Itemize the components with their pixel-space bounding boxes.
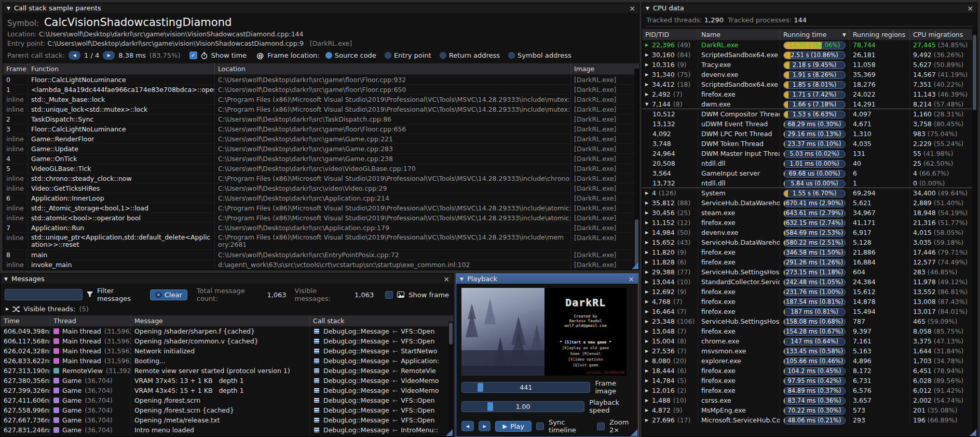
close-icon[interactable]: × [967,5,973,12]
process-row[interactable]: 3,564GameInput server69.68 us (0.00%)64 … [642,168,977,178]
expand-icon[interactable]: ▶ [645,388,649,393]
expand-icon[interactable]: ▶ [645,201,649,205]
callstack-row[interactable]: 8mainC:\Users\wolf\Desktop\darkrl\src\En… [3,249,639,259]
process-row[interactable]: ▶15,652(43)ServiceHub.DataWarehou580.22 … [642,237,977,247]
callstack-cell[interactable]: DebugLog::Message←VFS::Open [310,395,453,405]
expand-icon[interactable]: ▶ [645,299,649,304]
play-button[interactable]: ▶ Play [495,421,532,432]
process-row[interactable]: ▶34,412(18)ScriptedSandbox64.exe1.85 s (… [642,80,977,89]
process-row[interactable]: ▶29,388(77)ServiceHub.SettingsHost273.15… [642,267,977,277]
collapse-icon[interactable]: ▼ [460,276,464,282]
close-icon[interactable]: × [628,275,634,283]
message-row[interactable]: 627,831,246nsGame(36,704)Intro menu load… [1,425,453,435]
process-row[interactable]: 13,732ntdll.dll5.84 us (0.00%)10 (0.00%) [642,178,977,188]
cpu-scrollbar-thumb[interactable] [973,35,976,110]
sync-timeline-checkbox[interactable] [536,422,544,430]
process-row[interactable]: ▶31,340(75)devenv.exe1.91 s (8.26%)35,36… [642,70,977,80]
expand-icon[interactable]: ▶ [645,418,649,422]
expand-icon[interactable]: ▶ [645,309,649,314]
callstack-cell[interactable]: DebugLog::Message←RemoteVie [310,366,453,376]
expand-icon[interactable]: ▶ [645,359,649,363]
expand-icon[interactable]: ▶ [645,260,649,264]
expand-icon[interactable]: ▶ [645,368,649,373]
process-row[interactable]: ▶12,016(2)firefox.exe84.89 ms (0.37%)6,5… [642,386,977,395]
radio-icon[interactable] [385,52,391,59]
process-row[interactable]: ▶15,004(8)chrome.exe147 ms (0.64%)7,1613… [642,336,977,346]
callstack-cell[interactable]: DebugLog::Message←VideoMemo [310,376,453,386]
expand-icon[interactable]: ▶ [645,240,649,245]
callstack-cell[interactable]: DebugLog::Message←IntroMenu:: [310,425,453,435]
frame-location-option[interactable]: Entry point [385,51,431,59]
process-row[interactable]: 20,508ntdll.dll1.01 ms (0.00%)4025 (62.5… [642,158,977,168]
frame-image-slider[interactable]: 441 [461,382,590,393]
process-row[interactable]: ▶11,152(12)firefox.exe632.15 ms (2.74%)4… [642,218,977,228]
message-row[interactable]: 627,558,996nsGame(36,704)Opening /forest… [1,405,453,415]
callstack-row[interactable]: 5VideoGLBase::TickC:\Users\wolf\Desktop\… [3,163,639,173]
resize-grip[interactable] [446,429,453,436]
callstack-icon[interactable] [313,357,320,364]
message-row[interactable]: 606,049,398nsMain thread(31,596)Opening … [1,326,453,336]
playback-speed-slider[interactable]: 1.00 [461,401,584,412]
callstack-row[interactable]: 7Application::RunC:\Users\wolf\Desktop\d… [3,222,639,232]
process-row[interactable]: 10,512DWM Compositor Thread1.53 s (6.63%… [642,109,977,119]
process-row[interactable]: 13,132uDWM Event Thread68.29 ms (0.30%)4… [642,119,977,129]
message-row[interactable]: 627,667,736nsGame(36,704)Opening /meta/r… [1,415,453,425]
process-row[interactable]: ▶4,872(9)MsMpEng.exe70.22 ms (0.30%)5732… [642,405,977,415]
expand-icon[interactable]: ▶ [645,319,649,324]
show-time-checkbox[interactable]: ✓ [189,51,197,59]
radio-icon[interactable] [325,52,332,59]
visible-threads-row[interactable]: ▶ Visible threads: (5) [6,305,449,313]
callstack-icon[interactable] [313,338,320,345]
process-row[interactable]: ▶4,768(7)firefox.exe187.54 ms (0.81%)14,… [642,297,977,307]
collapse-icon[interactable]: ▼ [4,276,8,282]
callstack-cell[interactable]: DebugLog::Message←Application: [310,356,453,366]
callstack-row[interactable]: inlinestd::unique_ptr<Application,std::d… [3,232,639,249]
process-row[interactable]: ▶30,456(25)steam.exe643.61 ms (2.79%)34,… [642,208,977,218]
process-row[interactable]: ▶12,692(9)firefox.exe231.76 ms (1.00%)15… [642,287,977,297]
expand-icon[interactable]: ▶ [645,62,649,67]
expand-icon[interactable]: ▶ [645,289,649,294]
callstack-icon[interactable] [313,328,320,335]
filter-input[interactable] [5,289,83,300]
process-row[interactable]: 24,964DWM Master Input Thread5.03 ms (0.… [642,149,977,158]
process-row[interactable]: ▶23,348(106)ServiceHub.SettingsHost158.0… [642,316,977,326]
expand-icon[interactable]: ▶ [645,270,649,274]
expand-icon[interactable]: ▶ [645,72,649,77]
callstack-cell[interactable]: DebugLog::Message←VideoMemo [310,386,453,395]
expand-icon[interactable]: ▶ [645,378,649,383]
expand-icon[interactable]: ▶ [645,329,649,334]
callstack-scrollbar[interactable] [634,69,639,270]
process-row[interactable]: ▶22,396(49)DarkRL.exe14.33 s (62.06%)78,… [642,40,977,50]
process-row[interactable]: ▶11,828(6)firefox.exe291.26 ms (1.26%)16… [642,257,977,267]
expand-icon[interactable]: ▶ [645,349,649,353]
callstack-cell[interactable]: DebugLog::Message←VFS::Open [310,415,453,425]
expand-icon[interactable]: ▶ [645,92,649,97]
process-row[interactable]: ▶1,488(10)csrss.exe83.74 ms (0.36%)3,657… [642,395,977,405]
frame-location-option[interactable]: Source code [325,51,376,59]
callstack-row[interactable]: 4Game::OnTickC:\Users\wolf\Desktop\darkr… [3,153,639,163]
prev-callstack-button[interactable]: ◀ [69,51,80,60]
process-row[interactable]: ▶18,444(6)firefox.exe104.2 ms (0.45%)8,1… [642,366,977,376]
callstack-icon[interactable] [313,348,320,354]
message-row[interactable]: 627,411,606nsGame(36,704)Opening /forest… [1,395,453,405]
process-row[interactable]: ▶27,536(7)msvsmon.exe133.45 ms (0.58%)5,… [642,346,977,356]
process-row[interactable]: ▶10,316(9)Tracy.exe2.18 s (9.45%)11,0585… [642,60,977,70]
process-row[interactable]: ▶16,464(7)firefox.exe187 ms (0.81%)15,49… [642,307,977,316]
callstack-row[interactable]: inlineinvoke_maind:\agent\_work\63\s\src… [3,259,639,269]
callstack-row[interactable]: inlineVideo::GetTicksHiResC:\Users\wolf\… [3,183,639,193]
expand-icon[interactable]: ▶ [645,210,649,215]
playback-titlebar[interactable]: ▼ Playback × [456,274,638,284]
message-row[interactable]: 627,380,356nsGame(36,704)VRAM 37x45: 13 … [1,376,453,386]
expand-icon[interactable]: ▶ [645,191,649,195]
process-row[interactable]: ▶35,812(88)ServiceHub.DataWarehou670.41 … [642,198,977,208]
messages-titlebar[interactable]: ▼ Messages × [1,274,453,284]
radio-icon[interactable] [440,52,446,59]
process-row[interactable]: ▶13,044(10)StandardCollector.Servic242.4… [642,277,977,287]
process-row[interactable]: ▶30,160(84)ScriptedSandbox64.exe2.51 s (… [642,50,977,60]
cpu-titlebar[interactable]: ▼ CPU data × [642,3,977,13]
zoom-2x-checkbox[interactable] [597,422,605,430]
callstack-titlebar[interactable]: ▼ Call stack sample parents × [3,3,639,13]
callstack-row[interactable]: 2TaskDispatch::SyncC:\Users\wolf\Desktop… [3,114,639,124]
expand-icon[interactable]: ▶ [645,230,649,235]
callstack-cell[interactable]: DebugLog::Message←StartNetwo [310,346,453,356]
